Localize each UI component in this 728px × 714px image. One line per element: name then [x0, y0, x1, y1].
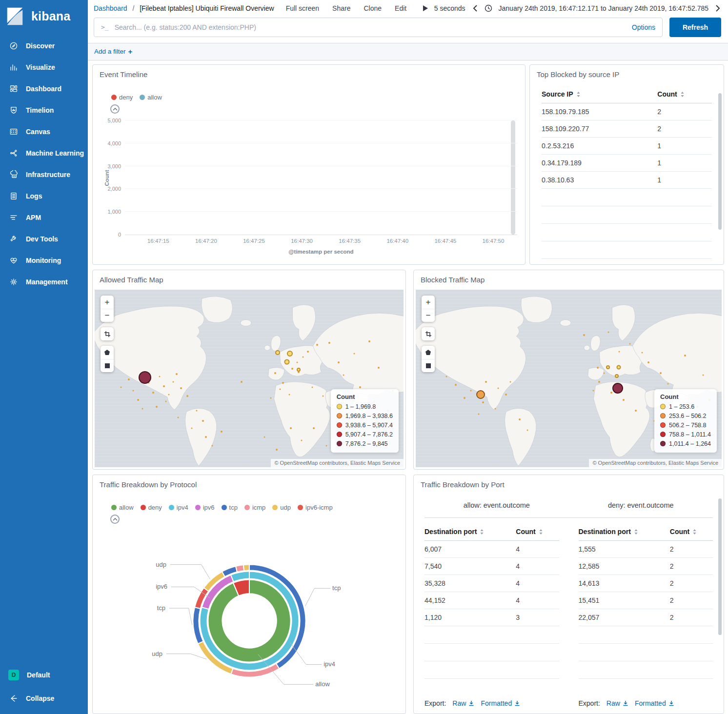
legend-item-deny[interactable]: deny — [111, 94, 133, 101]
legend-item-allow[interactable]: allow — [140, 94, 162, 101]
legend-collapse-button[interactable] — [110, 104, 120, 114]
map-viewport[interactable]: + − — [416, 290, 722, 467]
main-area: Dashboard / [Filebeat Iptables] Ubiquiti… — [88, 0, 728, 714]
kibana-logo[interactable]: kibana — [0, 0, 88, 35]
add-filter-link[interactable]: Add a filter + — [94, 47, 132, 56]
zoom-out-button[interactable]: − — [422, 309, 435, 322]
dashboard-actions: Full screen Share Clone Edit — [286, 4, 407, 12]
scrollbar[interactable] — [718, 93, 722, 230]
export-raw-link[interactable]: Raw — [452, 699, 474, 707]
legend-item-icmp[interactable]: icmp — [244, 504, 265, 511]
search-input[interactable] — [115, 23, 627, 31]
legend-item-deny[interactable]: deny — [141, 504, 162, 511]
sidebar-item-monitoring[interactable]: Monitoring — [0, 250, 88, 271]
options-link[interactable]: Options — [632, 23, 655, 31]
sidebar-space-default[interactable]: D Default — [0, 663, 88, 687]
legend-collapse-button[interactable] — [110, 515, 120, 524]
empty-table-row — [425, 626, 559, 644]
map-point — [505, 394, 507, 396]
donut-segment-udp[interactable] — [243, 565, 249, 571]
sidebar-item-apm[interactable]: APM — [0, 207, 88, 228]
map-point — [205, 436, 207, 438]
map-point — [221, 431, 222, 433]
map-legend-row: 1,011.4 – 1,264 — [660, 439, 711, 448]
chart-legend: allowdenyipv4ipv6tcpicmpudpipv6-icmp — [111, 504, 405, 511]
sidebar-item-dev-tools[interactable]: Dev Tools — [0, 228, 88, 250]
sidebar-item-visualize[interactable]: Visualize — [0, 57, 88, 78]
zoom-in-button[interactable]: + — [101, 296, 114, 309]
map-bubble-marker[interactable] — [139, 371, 151, 384]
map-point — [629, 343, 630, 345]
map-point — [378, 367, 380, 369]
fit-data-bounds-button[interactable] — [101, 327, 114, 340]
zoom-out-button[interactable]: − — [101, 309, 114, 322]
fit-data-bounds-button[interactable] — [422, 327, 435, 340]
export-formatted-link[interactable]: Formatted — [481, 699, 520, 707]
map-bubble-marker[interactable] — [612, 383, 623, 394]
clone-button[interactable]: Clone — [364, 4, 382, 12]
draw-rectangle-button[interactable] — [101, 359, 114, 372]
sidebar-item-discover[interactable]: Discover — [0, 35, 88, 57]
draw-polygon-button[interactable] — [101, 346, 114, 359]
map-marker[interactable] — [606, 365, 610, 369]
sidebar-collapse[interactable]: Collapse — [0, 687, 88, 710]
legend-item-allow[interactable]: allow — [111, 504, 134, 511]
map-bubble-marker[interactable] — [476, 390, 485, 399]
export-raw-link[interactable]: Raw — [607, 699, 628, 707]
map-point — [152, 392, 154, 394]
map-marker[interactable] — [284, 359, 290, 365]
full-screen-button[interactable]: Full screen — [286, 4, 319, 12]
legend-item-ipv4[interactable]: ipv4 — [169, 504, 188, 511]
refresh-button[interactable]: Refresh — [669, 18, 721, 37]
sidebar-item-timelion[interactable]: Timelion — [0, 99, 88, 121]
share-button[interactable]: Share — [332, 4, 350, 12]
column-header-count[interactable]: Count — [670, 525, 713, 541]
panel-title: Allowed Traffic Map — [93, 270, 405, 284]
column-header-count[interactable]: Count — [516, 525, 559, 541]
map-marker[interactable] — [275, 350, 280, 355]
sidebar-item-machine-learning[interactable]: Machine Learning — [0, 142, 88, 164]
column-header-count[interactable]: Count — [657, 87, 712, 103]
column-header-source-ip[interactable]: Source IP — [542, 87, 657, 103]
sidebar-item-infrastructure[interactable]: Infrastructure — [0, 164, 88, 185]
legend-item-tcp[interactable]: tcp — [222, 504, 238, 511]
zoom-in-button[interactable]: + — [422, 296, 435, 309]
chevron-right-icon[interactable] — [715, 5, 721, 12]
edit-button[interactable]: Edit — [395, 4, 406, 12]
map-point — [647, 361, 649, 363]
map-point — [498, 388, 499, 389]
map-marker[interactable] — [287, 351, 293, 357]
legend-dot — [298, 505, 303, 510]
table-cell: 6,007 — [425, 541, 516, 558]
map-marker[interactable] — [617, 365, 621, 369]
map-marker[interactable] — [615, 374, 619, 378]
sidebar-item-dashboard[interactable]: Dashboard — [0, 78, 88, 99]
legend-item-udp[interactable]: udp — [272, 504, 291, 511]
chevron-left-icon[interactable] — [472, 5, 478, 12]
sidebar-item-management[interactable]: Management — [0, 271, 88, 293]
breadcrumb-dashboard[interactable]: Dashboard — [94, 4, 127, 12]
sidebar-item-label: Canvas — [26, 128, 50, 136]
column-header-destination-port[interactable]: Destination port — [579, 525, 670, 541]
scrollbar[interactable] — [718, 498, 722, 635]
document-lines-icon — [9, 192, 18, 200]
draw-polygon-button[interactable] — [422, 346, 435, 359]
export-formatted-link[interactable]: Formatted — [635, 699, 674, 707]
map-marker[interactable] — [297, 368, 301, 372]
legend-item-ipv6[interactable]: ipv6 — [195, 504, 215, 511]
column-header-destination-port[interactable]: Destination port — [425, 525, 516, 541]
callout-label-ipv4: ipv4 — [324, 660, 335, 668]
sidebar-item-logs[interactable]: Logs — [0, 185, 88, 207]
map-point — [684, 355, 686, 357]
time-range[interactable]: January 24th 2019, 16:47:12.171 to Janua… — [499, 4, 708, 12]
refresh-interval[interactable]: 5 seconds — [434, 4, 465, 12]
legend-item-ipv6-icmp[interactable]: ipv6-icmp — [298, 504, 333, 511]
sidebar-item-canvas[interactable]: Canvas — [0, 121, 88, 142]
dashboard-grid-icon — [9, 84, 18, 93]
draw-rectangle-button[interactable] — [422, 359, 435, 372]
table-cell: 14,613 — [579, 575, 670, 592]
map-point — [301, 440, 303, 441]
play-icon[interactable] — [423, 5, 428, 11]
map-viewport[interactable]: + − — [95, 290, 404, 467]
donut-segment-icmp[interactable] — [236, 565, 244, 572]
